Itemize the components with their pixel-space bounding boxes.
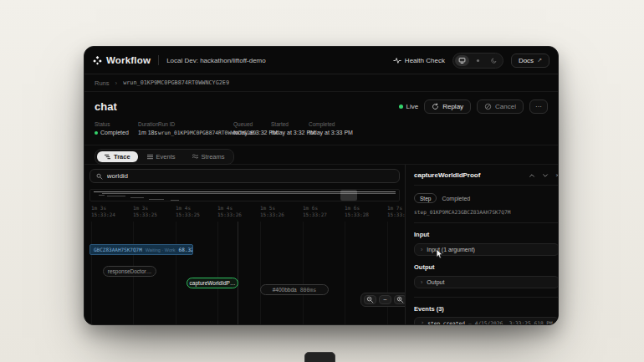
zoom-reset-button[interactable]: − xyxy=(379,295,391,304)
tab-trace-label: Trace xyxy=(114,153,130,161)
event-timestamp: 4/15/2026, 3:33:25.618 PM xyxy=(475,320,553,326)
run-header: chat Live Replay xyxy=(84,91,558,145)
event-name: step_created xyxy=(427,320,465,326)
span-label: captureWorldIdP… xyxy=(190,280,236,286)
tabs-row: Trace Events Streams xyxy=(84,145,558,165)
axis-tick: 1m 3s15:33:24 xyxy=(91,205,115,218)
replay-button[interactable]: Replay xyxy=(424,99,471,114)
axis-tick: 1m 3s15:33:25 xyxy=(133,205,157,218)
field-started: Started today at 3:32 PM xyxy=(271,121,309,135)
trace-icon xyxy=(105,154,110,160)
events-icon xyxy=(147,154,153,160)
minimap-span xyxy=(171,200,179,201)
field-run-id: Run ID wrun_01KP9MC0PGB874RT0WWNCYG2E9 xyxy=(158,121,233,135)
trace-search-input[interactable] xyxy=(107,172,393,180)
span-bar-root[interactable]: GBCZ83AAH7SK7Q7M Waiting · Work 68.32s xyxy=(89,244,193,255)
completed-value: today at 3:33 PM xyxy=(309,130,353,135)
workflow-app-window: Workflow Local Dev: hackathon/liftoff-de… xyxy=(84,46,559,325)
tab-trace[interactable]: Trace xyxy=(97,151,138,162)
field-completed: Completed today at 3:33 PM xyxy=(309,121,353,135)
dock-pill[interactable] xyxy=(304,352,335,362)
output-expander-row[interactable]: › Output xyxy=(414,276,559,288)
close-panel-button[interactable]: × xyxy=(555,171,559,179)
minus-icon: − xyxy=(383,297,387,303)
span-pill-misc[interactable]: #400bbda 800ms xyxy=(260,284,329,295)
output-section-heading: Output xyxy=(414,263,559,271)
moon-icon xyxy=(490,57,498,64)
event-row-step-created[interactable]: › step_created — 4/15/2026, 3:33:25.618 … xyxy=(414,317,559,325)
tab-events-label: Events xyxy=(156,153,176,161)
theme-system-button[interactable] xyxy=(455,55,469,66)
chevron-right-icon: › xyxy=(421,247,422,252)
gridline xyxy=(345,222,345,324)
span-label: #400bbda xyxy=(273,287,297,293)
run-title: chat xyxy=(95,100,117,113)
zoom-out-button[interactable] xyxy=(364,295,376,304)
cancel-icon xyxy=(484,103,492,110)
logo-text: Workflow xyxy=(106,55,151,65)
top-bar: Workflow Local Dev: hackathon/liftoff-de… xyxy=(84,47,558,74)
chevron-up-icon xyxy=(529,172,535,179)
gridline xyxy=(176,222,176,324)
events-section-heading: Events (3) xyxy=(414,305,559,313)
timeline-axis: 1m 3s15:33:24 1m 3s15:33:25 1m 4s15:33:2… xyxy=(84,203,405,222)
arrow-up-right-icon: ↗ xyxy=(537,57,542,64)
docs-button[interactable]: Docs ↗ xyxy=(511,54,549,68)
trace-minimap xyxy=(89,189,400,201)
zoom-out-icon xyxy=(366,296,374,303)
tab-streams-label: Streams xyxy=(202,153,225,161)
docs-label: Docs xyxy=(519,57,534,64)
workflow-logo[interactable]: Workflow xyxy=(93,55,151,65)
prev-step-button[interactable] xyxy=(529,172,535,179)
breadcrumb: Runs › wrun_01KP9MC0PGB874RT0WWNCYG2E9 xyxy=(84,74,558,91)
axis-tick: 1m 6s15:33:27 xyxy=(303,205,327,218)
replay-icon xyxy=(432,103,439,110)
tab-events[interactable]: Events xyxy=(140,151,183,162)
pulse-icon xyxy=(393,57,401,64)
zoom-in-button[interactable] xyxy=(394,295,405,304)
theme-dark-button[interactable] xyxy=(487,55,501,66)
breadcrumb-run-id[interactable]: wrun_01KP9MC0PGB874RT0WWNCYG2E9 xyxy=(123,79,229,86)
tab-streams[interactable]: Streams xyxy=(185,151,233,162)
theme-light-button[interactable] xyxy=(471,55,485,66)
streams-icon xyxy=(192,154,198,160)
axis-tick: 1m 4s15:33:25 xyxy=(176,205,200,218)
event-separator: — xyxy=(468,320,472,326)
panel-title: captureWorldIdProof xyxy=(414,171,480,179)
input-section-heading: Input xyxy=(414,231,559,238)
workflow-logo-icon xyxy=(93,56,102,65)
duration-value: 1m 18s xyxy=(138,130,158,135)
replay-label: Replay xyxy=(442,103,463,110)
step-id: step_01KP9MCA23GBCZ83AAH7SK7Q7M xyxy=(414,209,559,223)
zoom-in-icon xyxy=(396,296,404,303)
ellipsis-icon: ··· xyxy=(535,103,542,110)
root-span-duration: 68.32s xyxy=(179,247,193,252)
zoom-controls: − xyxy=(360,293,405,307)
chevron-down-icon xyxy=(542,172,549,179)
cancel-button[interactable]: Cancel xyxy=(477,99,524,114)
breadcrumb-runs-link[interactable]: Runs xyxy=(95,79,110,87)
span-pill-capture-worldid-selected[interactable]: captureWorldIdP… xyxy=(187,278,238,288)
step-status: Completed xyxy=(442,196,470,201)
more-button[interactable]: ··· xyxy=(529,99,548,114)
tab-group: Trace Events Streams xyxy=(95,149,234,165)
health-check-button[interactable]: Health Check xyxy=(393,57,445,64)
started-value: today at 3:32 PM xyxy=(271,130,309,135)
span-duration: 800ms xyxy=(300,287,317,293)
cancel-label: Cancel xyxy=(495,103,516,110)
minimap-span xyxy=(149,199,164,200)
span-pill-response-doctor[interactable]: responseDoctor… xyxy=(103,266,156,277)
root-span-id: GBCZ83AAH7SK7Q7M xyxy=(94,247,142,252)
run-id-value: wrun_01KP9MC0PGB874RT0WWNCYG2E9 xyxy=(158,130,233,135)
divider xyxy=(414,297,559,298)
health-check-label: Health Check xyxy=(405,57,445,64)
field-duration: Duration 1m 18s xyxy=(138,121,158,135)
queued-value: today at 3:32 PM xyxy=(233,130,271,135)
search-icon xyxy=(96,173,103,180)
close-icon: × xyxy=(555,171,559,179)
next-step-button[interactable] xyxy=(542,172,549,179)
live-label: Live xyxy=(406,103,419,110)
minimap-viewport-handle[interactable] xyxy=(340,190,357,201)
gridline xyxy=(387,222,388,324)
sun-icon xyxy=(474,57,482,64)
